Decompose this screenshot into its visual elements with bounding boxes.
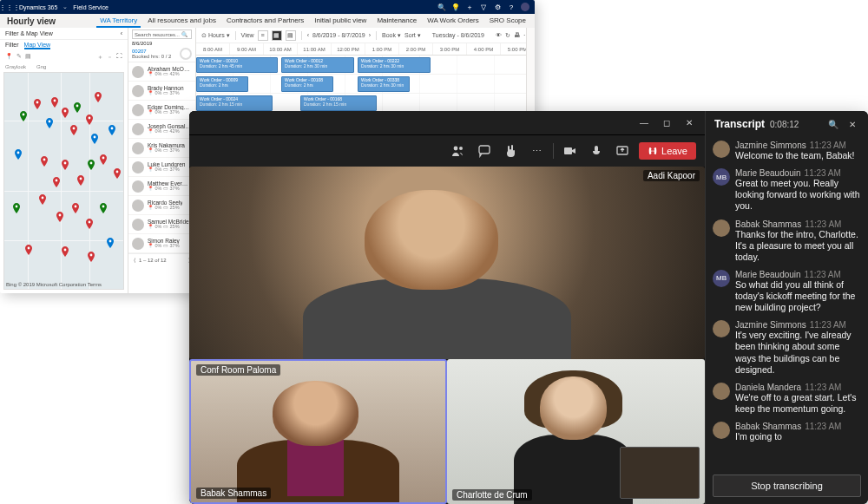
help-icon[interactable]: ? bbox=[507, 3, 516, 11]
waffle-icon[interactable]: ⋮⋮⋮ bbox=[5, 3, 14, 11]
view-tab[interactable]: Maintenance bbox=[373, 14, 420, 28]
map-pin[interactable] bbox=[15, 149, 22, 160]
transcript-search-icon[interactable]: 🔍 bbox=[826, 117, 840, 131]
view-list-icon[interactable]: ≡ bbox=[258, 30, 268, 41]
nav-prev-icon[interactable]: ‹ bbox=[307, 32, 309, 38]
map-pin[interactable] bbox=[88, 252, 95, 262]
resource-row[interactable]: Brady Hannon📍 0% ▭ 37% bbox=[128, 82, 195, 101]
resource-row[interactable]: Ricardo Seely📍 0% ▭ 25% bbox=[128, 196, 195, 215]
transcript-close-icon[interactable]: ✕ bbox=[845, 117, 859, 131]
pager-prev-icon[interactable]: ⟨ bbox=[134, 257, 135, 263]
avatar-icon[interactable] bbox=[521, 3, 529, 11]
camera-icon[interactable] bbox=[561, 141, 580, 160]
zoom-out-icon[interactable]: － bbox=[107, 53, 113, 62]
zoom-in-icon[interactable]: ＋ bbox=[97, 53, 103, 62]
stop-transcribing-button[interactable]: Stop transcribing bbox=[713, 475, 861, 497]
resource-row[interactable]: Simon Raley📍 0% ▭ 37% bbox=[128, 234, 195, 253]
filter-icon[interactable]: ▽ bbox=[479, 3, 488, 11]
map[interactable]: Bing © 2019 Microsoft Corporation Terms bbox=[3, 72, 124, 290]
hours-dropdown[interactable]: ⊙ Hours ▾ bbox=[201, 32, 230, 39]
map-pin[interactable] bbox=[108, 125, 115, 135]
filter-map-tab[interactable]: Map View bbox=[24, 42, 51, 49]
collapse-icon[interactable]: ‹ bbox=[121, 30, 122, 36]
view-tab[interactable]: WA Work Orders bbox=[424, 14, 483, 28]
minimize-icon[interactable]: — bbox=[634, 115, 654, 132]
more-actions-icon[interactable]: ⋯ bbox=[527, 141, 546, 160]
book-dropdown[interactable]: Book ▾ bbox=[382, 32, 401, 39]
map-pin[interactable] bbox=[62, 160, 69, 170]
resource-row[interactable]: Abraham McO…📍 0% ▭ 42% bbox=[128, 62, 195, 82]
resource-row[interactable]: Matthew Ever…📍 0% ▭ 37% bbox=[128, 177, 195, 196]
map-pin[interactable] bbox=[100, 154, 107, 165]
chat-icon[interactable] bbox=[475, 141, 494, 160]
map-pin[interactable] bbox=[86, 219, 93, 229]
view-tab[interactable]: Contractors and Partners bbox=[223, 14, 307, 28]
search-resources-input[interactable]: Search resources... 🔍 bbox=[132, 29, 192, 39]
view-map-icon[interactable]: ▤ bbox=[286, 30, 296, 41]
date-range[interactable]: 8/6/2019 - 8/7/2019 bbox=[312, 32, 365, 38]
map-pin[interactable] bbox=[100, 203, 107, 213]
self-view[interactable] bbox=[620, 447, 700, 499]
map-pin[interactable] bbox=[88, 160, 95, 170]
map-pin[interactable] bbox=[107, 238, 114, 248]
layers-icon[interactable]: ▤ bbox=[25, 53, 31, 62]
gear-icon[interactable]: ⚙ bbox=[493, 3, 502, 11]
location-icon[interactable]: 📍 bbox=[5, 53, 13, 62]
view-tab[interactable]: WA Territory bbox=[96, 14, 141, 28]
map-pin[interactable] bbox=[46, 118, 53, 128]
video-tile-2[interactable]: Charlotte de Crum bbox=[447, 359, 705, 504]
mic-icon[interactable] bbox=[587, 141, 606, 160]
module-name[interactable]: Field Service bbox=[73, 4, 108, 10]
map-pin[interactable] bbox=[62, 246, 69, 257]
print-icon[interactable]: 🖶 bbox=[514, 32, 520, 38]
map-pin[interactable] bbox=[51, 97, 58, 108]
resource-row[interactable]: Luke Lundgren📍 0% ▭ 37% bbox=[128, 158, 195, 177]
lightbulb-icon[interactable]: 💡 bbox=[451, 3, 460, 11]
map-pin[interactable] bbox=[39, 194, 46, 205]
share-icon[interactable] bbox=[613, 141, 632, 160]
work-order-block[interactable]: Work Order - 00012Duration: 2 hrs 30 min bbox=[281, 57, 354, 73]
video-tile-main[interactable]: Aadi Kapoor bbox=[189, 167, 705, 359]
video-tile-1[interactable]: Conf Room Paloma Babak Shammas bbox=[189, 359, 447, 504]
work-order-block[interactable]: Work Order - 00009Duration: 2 hrs bbox=[196, 76, 248, 92]
nav-next-icon[interactable]: › bbox=[369, 32, 371, 38]
resource-row[interactable]: Kris Nakamura📍 0% ▭ 37% bbox=[128, 139, 195, 158]
filter-map-tab[interactable]: Filter bbox=[5, 42, 19, 49]
maximize-icon[interactable]: ◻ bbox=[656, 115, 677, 132]
map-pin[interactable] bbox=[114, 168, 121, 179]
resource-row[interactable]: Edgar Doming…📍 0% ▭ 37% bbox=[128, 101, 195, 120]
search-icon[interactable]: 🔍 bbox=[437, 3, 446, 11]
zoom-fit-icon[interactable]: ⛶ bbox=[116, 53, 122, 62]
work-order-block[interactable]: Work Order - 00338Duration: 2 hrs 30 min bbox=[358, 76, 410, 92]
map-pin[interactable] bbox=[86, 115, 93, 125]
view-tab[interactable]: Initial public view bbox=[311, 14, 370, 28]
close-icon[interactable]: ✕ bbox=[679, 115, 700, 132]
view-tab[interactable]: All resources and jobs bbox=[144, 14, 220, 28]
work-order-block[interactable]: Work Order - 00168Duration: 2 hrs 15 min bbox=[300, 95, 377, 111]
map-pin[interactable] bbox=[53, 177, 60, 187]
map-pin[interactable] bbox=[34, 99, 41, 109]
map-pin[interactable] bbox=[20, 111, 27, 121]
map-pin[interactable] bbox=[74, 102, 81, 113]
draw-icon[interactable]: ✎ bbox=[16, 53, 22, 62]
work-order-block[interactable]: Work Order - 00024Duration: 2 hrs 15 min bbox=[196, 95, 273, 111]
leave-button[interactable]: Leave bbox=[639, 142, 696, 160]
view-tab[interactable]: SRO Scope bbox=[486, 14, 529, 28]
plus-icon[interactable]: ＋ bbox=[465, 3, 474, 11]
sort-dropdown[interactable]: Sort ▾ bbox=[404, 32, 421, 39]
map-pin[interactable] bbox=[77, 175, 84, 186]
refresh-icon[interactable]: ↻ bbox=[505, 32, 510, 39]
resource-row[interactable]: Joseph Gonsal…📍 0% ▭ 42% bbox=[128, 120, 195, 139]
work-order-block[interactable]: Work Order - 00108Duration: 2 hrs bbox=[281, 76, 333, 92]
map-pin[interactable] bbox=[91, 134, 98, 144]
map-pin[interactable] bbox=[56, 212, 63, 222]
work-order-block[interactable]: Work Order - 00222Duration: 2 hrs 30 min bbox=[358, 57, 431, 73]
raise-hand-icon[interactable] bbox=[501, 141, 520, 160]
map-pin[interactable] bbox=[41, 156, 48, 167]
resource-row[interactable]: Samuel McBride📍 0% ▭ 25% bbox=[128, 215, 195, 234]
map-pin[interactable] bbox=[25, 245, 32, 255]
participants-icon[interactable] bbox=[449, 141, 468, 160]
eye-icon[interactable]: 👁 bbox=[496, 32, 502, 38]
work-order-block[interactable]: Work Order - 00010Duration: 2 hrs 45 min bbox=[196, 57, 278, 73]
map-pin[interactable] bbox=[70, 125, 77, 135]
